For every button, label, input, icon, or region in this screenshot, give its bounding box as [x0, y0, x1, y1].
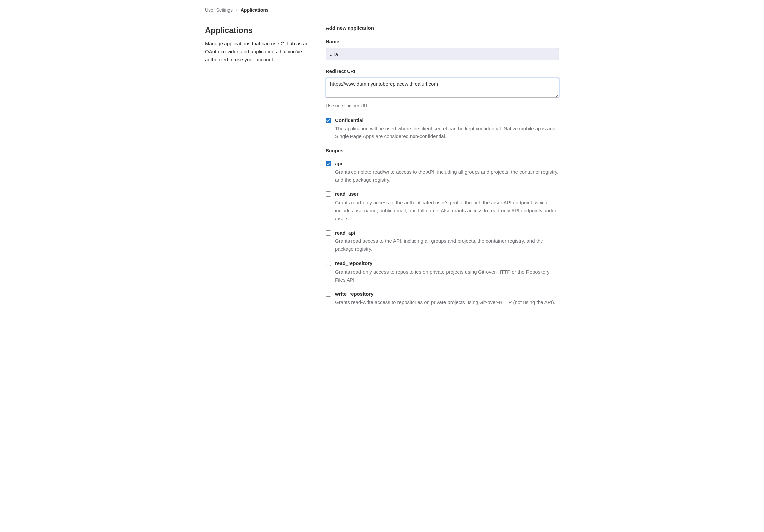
scope-description: Grants complete read/write access to the…: [335, 168, 559, 184]
confidential-checkbox[interactable]: [326, 118, 331, 123]
confidential-description: The application will be used where the c…: [335, 125, 559, 140]
scope-checkbox-read_user[interactable]: [326, 192, 331, 197]
scope-checkbox-write_repository[interactable]: [326, 292, 331, 297]
page-sidebar: Applications Manage applications that ca…: [205, 25, 318, 313]
scope-item: read_repositoryGrants read-only access t…: [326, 260, 559, 284]
form-heading: Add new application: [326, 25, 559, 32]
scope-checkbox-read_api[interactable]: [326, 230, 331, 235]
breadcrumb-current: Applications: [241, 7, 269, 14]
chevron-right-icon: ›: [236, 7, 238, 13]
redirect-uri-help: Use one line per URI: [326, 102, 559, 109]
breadcrumb-parent[interactable]: User Settings: [205, 7, 233, 14]
scope-label[interactable]: write_repository: [335, 291, 374, 298]
scope-description: Grants read-only access to the authentic…: [335, 199, 559, 222]
name-label: Name: [326, 38, 559, 46]
scope-label[interactable]: read_api: [335, 229, 355, 237]
confidential-label[interactable]: Confidential: [335, 117, 364, 124]
redirect-uri-label: Redirect URI: [326, 67, 559, 75]
form-main: Add new application Name Redirect URI ht…: [326, 25, 559, 313]
scope-description: Grants read-only access to repositories …: [335, 268, 559, 284]
scope-checkbox-read_repository[interactable]: [326, 261, 331, 266]
redirect-uri-input[interactable]: https://www.dummyurltobereplacewithrealu…: [326, 78, 559, 98]
page-description: Manage applications that can use GitLab …: [205, 40, 318, 64]
page-title: Applications: [205, 25, 318, 37]
scope-item: read_apiGrants read access to the API, i…: [326, 229, 559, 253]
scope-description: Grants read-write access to repositories…: [335, 299, 559, 307]
scope-label[interactable]: api: [335, 160, 342, 168]
scope-checkbox-api[interactable]: [326, 161, 331, 166]
name-input[interactable]: [326, 48, 559, 60]
scope-label[interactable]: read_user: [335, 191, 359, 198]
breadcrumb: User Settings › Applications: [205, 7, 559, 20]
scope-item: read_userGrants read-only access to the …: [326, 191, 559, 222]
scope-item: apiGrants complete read/write access to …: [326, 160, 559, 184]
scope-label[interactable]: read_repository: [335, 260, 372, 267]
scope-item: write_repositoryGrants read-write access…: [326, 291, 559, 307]
scopes-heading: Scopes: [326, 147, 559, 155]
scope-description: Grants read access to the API, including…: [335, 237, 559, 253]
